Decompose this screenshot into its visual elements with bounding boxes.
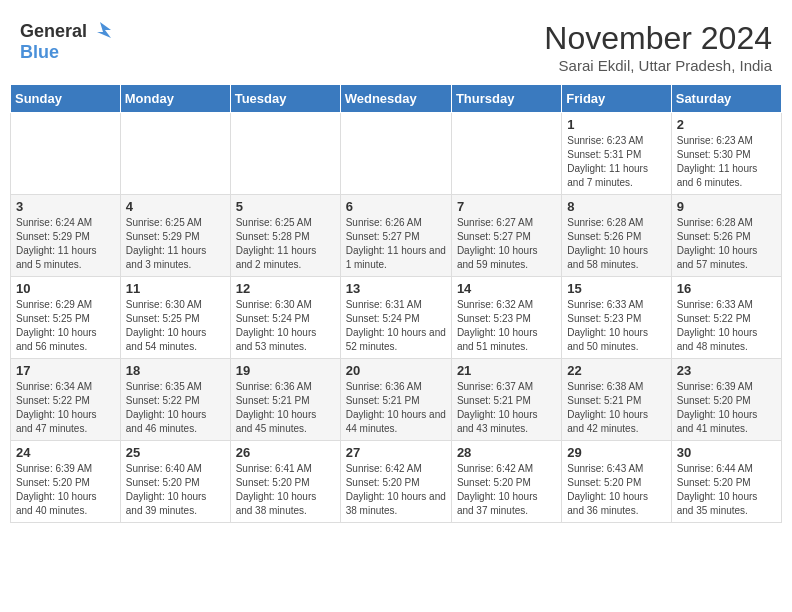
day-number: 11 <box>126 281 225 296</box>
day-info: Sunrise: 6:29 AM Sunset: 5:25 PM Dayligh… <box>16 298 115 354</box>
weekday-header-wednesday: Wednesday <box>340 85 451 113</box>
day-number: 13 <box>346 281 446 296</box>
day-info: Sunrise: 6:31 AM Sunset: 5:24 PM Dayligh… <box>346 298 446 354</box>
calendar-cell: 13Sunrise: 6:31 AM Sunset: 5:24 PM Dayli… <box>340 277 451 359</box>
calendar-cell: 24Sunrise: 6:39 AM Sunset: 5:20 PM Dayli… <box>11 441 121 523</box>
calendar-cell: 21Sunrise: 6:37 AM Sunset: 5:21 PM Dayli… <box>451 359 561 441</box>
day-number: 22 <box>567 363 665 378</box>
month-year-title: November 2024 <box>544 20 772 57</box>
day-number: 29 <box>567 445 665 460</box>
day-info: Sunrise: 6:33 AM Sunset: 5:22 PM Dayligh… <box>677 298 776 354</box>
svg-marker-0 <box>97 22 111 38</box>
calendar-week-row: 3Sunrise: 6:24 AM Sunset: 5:29 PM Daylig… <box>11 195 782 277</box>
calendar-cell: 19Sunrise: 6:36 AM Sunset: 5:21 PM Dayli… <box>230 359 340 441</box>
day-number: 2 <box>677 117 776 132</box>
day-info: Sunrise: 6:39 AM Sunset: 5:20 PM Dayligh… <box>677 380 776 436</box>
calendar-cell: 22Sunrise: 6:38 AM Sunset: 5:21 PM Dayli… <box>562 359 671 441</box>
day-number: 8 <box>567 199 665 214</box>
calendar-week-row: 24Sunrise: 6:39 AM Sunset: 5:20 PM Dayli… <box>11 441 782 523</box>
day-number: 15 <box>567 281 665 296</box>
day-number: 28 <box>457 445 556 460</box>
calendar-week-row: 10Sunrise: 6:29 AM Sunset: 5:25 PM Dayli… <box>11 277 782 359</box>
day-number: 25 <box>126 445 225 460</box>
weekday-header-monday: Monday <box>120 85 230 113</box>
calendar-cell: 3Sunrise: 6:24 AM Sunset: 5:29 PM Daylig… <box>11 195 121 277</box>
day-number: 27 <box>346 445 446 460</box>
day-number: 14 <box>457 281 556 296</box>
calendar-cell: 16Sunrise: 6:33 AM Sunset: 5:22 PM Dayli… <box>671 277 781 359</box>
day-number: 12 <box>236 281 335 296</box>
calendar-cell: 1Sunrise: 6:23 AM Sunset: 5:31 PM Daylig… <box>562 113 671 195</box>
weekday-header-sunday: Sunday <box>11 85 121 113</box>
calendar-cell: 29Sunrise: 6:43 AM Sunset: 5:20 PM Dayli… <box>562 441 671 523</box>
day-number: 18 <box>126 363 225 378</box>
calendar-cell: 4Sunrise: 6:25 AM Sunset: 5:29 PM Daylig… <box>120 195 230 277</box>
calendar-week-row: 1Sunrise: 6:23 AM Sunset: 5:31 PM Daylig… <box>11 113 782 195</box>
location-subtitle: Sarai Ekdil, Uttar Pradesh, India <box>544 57 772 74</box>
day-info: Sunrise: 6:24 AM Sunset: 5:29 PM Dayligh… <box>16 216 115 272</box>
calendar-cell: 12Sunrise: 6:30 AM Sunset: 5:24 PM Dayli… <box>230 277 340 359</box>
calendar-cell: 20Sunrise: 6:36 AM Sunset: 5:21 PM Dayli… <box>340 359 451 441</box>
day-number: 9 <box>677 199 776 214</box>
weekday-header-saturday: Saturday <box>671 85 781 113</box>
day-number: 24 <box>16 445 115 460</box>
calendar-week-row: 17Sunrise: 6:34 AM Sunset: 5:22 PM Dayli… <box>11 359 782 441</box>
day-number: 5 <box>236 199 335 214</box>
page-header: General Blue November 2024 Sarai Ekdil, … <box>10 10 782 79</box>
weekday-header-tuesday: Tuesday <box>230 85 340 113</box>
calendar-cell: 6Sunrise: 6:26 AM Sunset: 5:27 PM Daylig… <box>340 195 451 277</box>
day-number: 19 <box>236 363 335 378</box>
calendar-cell: 8Sunrise: 6:28 AM Sunset: 5:26 PM Daylig… <box>562 195 671 277</box>
calendar-cell: 26Sunrise: 6:41 AM Sunset: 5:20 PM Dayli… <box>230 441 340 523</box>
weekday-header-friday: Friday <box>562 85 671 113</box>
day-info: Sunrise: 6:26 AM Sunset: 5:27 PM Dayligh… <box>346 216 446 272</box>
day-number: 23 <box>677 363 776 378</box>
calendar-cell: 17Sunrise: 6:34 AM Sunset: 5:22 PM Dayli… <box>11 359 121 441</box>
day-number: 17 <box>16 363 115 378</box>
day-number: 16 <box>677 281 776 296</box>
day-info: Sunrise: 6:37 AM Sunset: 5:21 PM Dayligh… <box>457 380 556 436</box>
calendar-cell <box>120 113 230 195</box>
day-info: Sunrise: 6:35 AM Sunset: 5:22 PM Dayligh… <box>126 380 225 436</box>
day-info: Sunrise: 6:23 AM Sunset: 5:31 PM Dayligh… <box>567 134 665 190</box>
calendar-cell: 28Sunrise: 6:42 AM Sunset: 5:20 PM Dayli… <box>451 441 561 523</box>
day-number: 7 <box>457 199 556 214</box>
calendar-cell <box>340 113 451 195</box>
calendar-cell: 15Sunrise: 6:33 AM Sunset: 5:23 PM Dayli… <box>562 277 671 359</box>
title-block: November 2024 Sarai Ekdil, Uttar Pradesh… <box>544 20 772 74</box>
day-info: Sunrise: 6:30 AM Sunset: 5:25 PM Dayligh… <box>126 298 225 354</box>
weekday-header-row: SundayMondayTuesdayWednesdayThursdayFrid… <box>11 85 782 113</box>
day-info: Sunrise: 6:42 AM Sunset: 5:20 PM Dayligh… <box>457 462 556 518</box>
calendar-cell: 7Sunrise: 6:27 AM Sunset: 5:27 PM Daylig… <box>451 195 561 277</box>
day-info: Sunrise: 6:33 AM Sunset: 5:23 PM Dayligh… <box>567 298 665 354</box>
day-info: Sunrise: 6:28 AM Sunset: 5:26 PM Dayligh… <box>677 216 776 272</box>
day-info: Sunrise: 6:27 AM Sunset: 5:27 PM Dayligh… <box>457 216 556 272</box>
logo-blue-text: Blue <box>20 42 59 63</box>
day-info: Sunrise: 6:36 AM Sunset: 5:21 PM Dayligh… <box>346 380 446 436</box>
logo: General Blue <box>20 20 111 63</box>
day-info: Sunrise: 6:34 AM Sunset: 5:22 PM Dayligh… <box>16 380 115 436</box>
calendar-cell <box>451 113 561 195</box>
day-number: 1 <box>567 117 665 132</box>
calendar-cell: 10Sunrise: 6:29 AM Sunset: 5:25 PM Dayli… <box>11 277 121 359</box>
day-number: 3 <box>16 199 115 214</box>
calendar-cell: 11Sunrise: 6:30 AM Sunset: 5:25 PM Dayli… <box>120 277 230 359</box>
calendar-cell: 30Sunrise: 6:44 AM Sunset: 5:20 PM Dayli… <box>671 441 781 523</box>
calendar-table: SundayMondayTuesdayWednesdayThursdayFrid… <box>10 84 782 523</box>
day-info: Sunrise: 6:38 AM Sunset: 5:21 PM Dayligh… <box>567 380 665 436</box>
weekday-header-thursday: Thursday <box>451 85 561 113</box>
day-info: Sunrise: 6:43 AM Sunset: 5:20 PM Dayligh… <box>567 462 665 518</box>
day-number: 26 <box>236 445 335 460</box>
day-info: Sunrise: 6:30 AM Sunset: 5:24 PM Dayligh… <box>236 298 335 354</box>
day-info: Sunrise: 6:40 AM Sunset: 5:20 PM Dayligh… <box>126 462 225 518</box>
day-info: Sunrise: 6:25 AM Sunset: 5:28 PM Dayligh… <box>236 216 335 272</box>
calendar-cell: 27Sunrise: 6:42 AM Sunset: 5:20 PM Dayli… <box>340 441 451 523</box>
day-number: 21 <box>457 363 556 378</box>
calendar-cell: 14Sunrise: 6:32 AM Sunset: 5:23 PM Dayli… <box>451 277 561 359</box>
day-info: Sunrise: 6:44 AM Sunset: 5:20 PM Dayligh… <box>677 462 776 518</box>
day-info: Sunrise: 6:42 AM Sunset: 5:20 PM Dayligh… <box>346 462 446 518</box>
calendar-cell: 5Sunrise: 6:25 AM Sunset: 5:28 PM Daylig… <box>230 195 340 277</box>
calendar-cell: 2Sunrise: 6:23 AM Sunset: 5:30 PM Daylig… <box>671 113 781 195</box>
calendar-cell <box>11 113 121 195</box>
day-number: 10 <box>16 281 115 296</box>
